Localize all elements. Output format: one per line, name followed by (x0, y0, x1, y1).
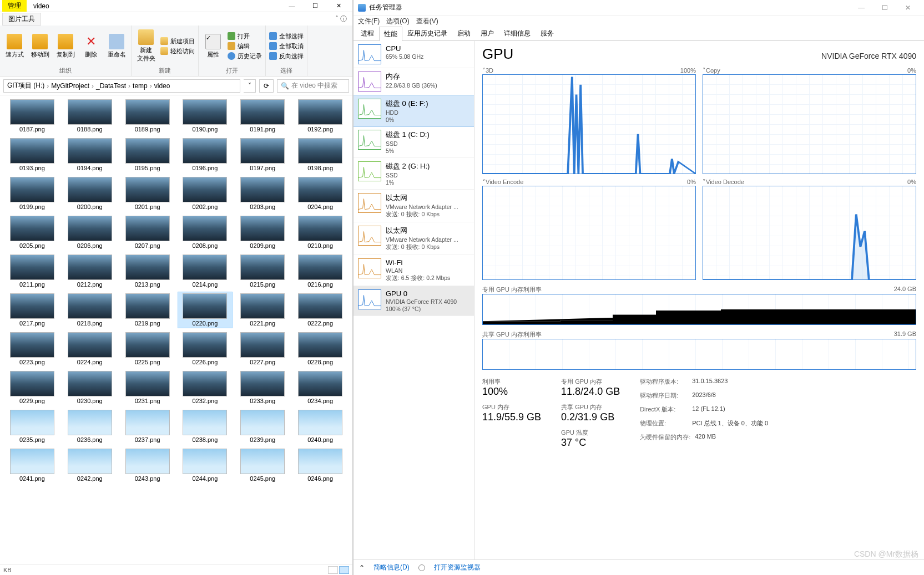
file-thumb[interactable]: 0208.png (178, 214, 233, 251)
view-thumbs-button[interactable] (339, 566, 349, 574)
breadcrumb-segment[interactable]: video (154, 82, 170, 90)
breadcrumb-segment[interactable]: temp (133, 82, 148, 90)
copyto-button[interactable]: 复制到 (54, 34, 77, 59)
graph-video-encode[interactable] (482, 186, 696, 280)
file-thumb[interactable]: 0187.png (4, 98, 60, 134)
file-thumb[interactable]: 0238.png (178, 408, 233, 445)
file-thumb[interactable]: 0241.png (4, 447, 60, 484)
ribbon-tab-picture-tools[interactable]: 图片工具 (2, 13, 41, 26)
file-thumb[interactable]: 0213.png (120, 253, 175, 289)
breadcrumb-dropdown[interactable]: ˅ (244, 79, 256, 93)
search-input[interactable]: 🔍 在 video 中搜索 (277, 79, 349, 93)
file-thumb[interactable]: 0215.png (235, 253, 290, 289)
file-thumb[interactable]: 0228.png (292, 330, 348, 367)
file-thumb[interactable]: 0231.png (120, 369, 175, 406)
sidebar-item-eth0[interactable]: 以太网VMware Network Adapter ...发送: 0 接收: 0… (354, 190, 474, 222)
file-thumb[interactable]: 0193.png (4, 136, 60, 173)
delete-button[interactable]: ✕删除 (80, 34, 102, 59)
sidebar-item-eth1[interactable]: 以太网VMware Network Adapter ...发送: 0 接收: 0… (354, 222, 474, 255)
tab-详细信息[interactable]: 详细信息 (499, 26, 536, 40)
collapse-icon[interactable]: ⌃ (359, 564, 365, 572)
selectall-button[interactable]: 全部选择 (269, 32, 304, 40)
view-details-button[interactable] (328, 566, 338, 574)
tab-启动[interactable]: 启动 (452, 26, 476, 40)
file-thumb[interactable]: 0199.png (4, 175, 60, 212)
breadcrumb[interactable]: GIT项目 (H:)›MyGitProject›_DataTest›temp›v… (3, 79, 240, 93)
file-thumb[interactable]: 0235.png (4, 408, 60, 445)
file-thumb[interactable]: 0217.png (4, 292, 60, 328)
tm-minimize-button[interactable]: — (850, 1, 873, 15)
file-thumb[interactable]: 0202.png (178, 175, 233, 212)
tab-性能[interactable]: 性能 (379, 27, 402, 41)
tab-用户[interactable]: 用户 (476, 26, 499, 40)
file-thumb[interactable]: 0194.png (62, 136, 118, 173)
graph-copy[interactable] (703, 74, 916, 174)
easyaccess-button[interactable]: 轻松访问 (160, 47, 195, 55)
file-thumb[interactable]: 0224.png (62, 330, 118, 367)
file-thumb[interactable]: 0243.png (120, 447, 175, 484)
file-thumb[interactable]: 0218.png (62, 292, 118, 328)
file-thumb[interactable]: 0232.png (178, 369, 233, 406)
menu-item[interactable]: 文件(F) (358, 17, 380, 26)
file-thumb[interactable]: 0201.png (120, 175, 175, 212)
sidebar-item-disk1[interactable]: 磁盘 1 (C: D:)SSD5% (354, 126, 474, 158)
sidebar-item-disk0[interactable]: 磁盘 0 (E: F:)HDD0% (354, 95, 474, 127)
file-pane[interactable]: 0187.png0188.png0189.png0190.png0191.png… (0, 95, 352, 564)
brief-info-link[interactable]: 简略信息(D) (373, 563, 410, 572)
file-thumb[interactable]: 0221.png (235, 292, 290, 328)
newitem-button[interactable]: 新建项目 (160, 37, 195, 45)
file-thumb[interactable]: 0212.png (62, 253, 118, 289)
file-thumb[interactable]: 0239.png (235, 408, 290, 445)
file-thumb[interactable]: 0220.png (178, 292, 233, 328)
refresh-button[interactable]: ⟳ (259, 79, 274, 93)
file-thumb[interactable]: 0197.png (235, 136, 290, 173)
history-button[interactable]: 历史记录 (228, 52, 262, 60)
file-thumb[interactable]: 0223.png (4, 330, 60, 367)
close-button[interactable]: ✕ (327, 0, 350, 12)
file-thumb[interactable]: 0227.png (235, 330, 290, 367)
invertsel-button[interactable]: 反向选择 (269, 52, 304, 60)
file-thumb[interactable]: 0226.png (178, 330, 233, 367)
tab-服务[interactable]: 服务 (536, 26, 559, 40)
file-thumb[interactable]: 0189.png (120, 98, 175, 134)
rename-button[interactable]: 重命名 (105, 34, 128, 59)
file-thumb[interactable]: 0246.png (292, 447, 348, 484)
graph-3d[interactable] (482, 74, 696, 174)
file-thumb[interactable]: 0205.png (4, 214, 60, 251)
file-thumb[interactable]: 0198.png (292, 136, 348, 173)
file-thumb[interactable]: 0219.png (120, 292, 175, 328)
file-thumb[interactable]: 0240.png (292, 408, 348, 445)
file-thumb[interactable]: 0236.png (62, 408, 118, 445)
file-thumb[interactable]: 0216.png (292, 253, 348, 289)
ribbon-collapse-icon[interactable]: ˄ ⓘ (335, 14, 350, 24)
sidebar-item-gpu[interactable]: GPU 0NVIDIA GeForce RTX 4090100% (37 °C) (354, 286, 474, 316)
file-thumb[interactable]: 0204.png (292, 175, 348, 212)
breadcrumb-segment[interactable]: MyGitProject (51, 82, 89, 90)
edit-button[interactable]: 编辑 (228, 42, 262, 50)
file-thumb[interactable]: 0230.png (62, 369, 118, 406)
file-thumb[interactable]: 0206.png (62, 214, 118, 251)
file-thumb[interactable]: 0203.png (235, 175, 290, 212)
file-thumb[interactable]: 0214.png (178, 253, 233, 289)
open-button[interactable]: 打开 (228, 32, 262, 40)
menu-item[interactable]: 查看(V) (416, 17, 438, 26)
moveto-button[interactable]: 移动到 (29, 34, 51, 59)
breadcrumb-segment[interactable]: _DataTest (96, 82, 126, 90)
file-thumb[interactable]: 0233.png (235, 369, 290, 406)
minimize-button[interactable]: — (280, 0, 304, 12)
file-thumb[interactable]: 0229.png (4, 369, 60, 406)
file-thumb[interactable]: 0225.png (120, 330, 175, 367)
sidebar-item-cpu[interactable]: CPU65% 5.08 GHz (354, 41, 474, 68)
open-resmon-link[interactable]: 打开资源监视器 (434, 563, 481, 572)
selectnone-button[interactable]: 全部取消 (269, 42, 304, 50)
file-thumb[interactable]: 0195.png (120, 136, 175, 173)
breadcrumb-segment[interactable]: GIT项目 (H:) (7, 81, 44, 90)
file-thumb[interactable]: 0191.png (235, 98, 290, 134)
file-thumb[interactable]: 0245.png (235, 447, 290, 484)
file-thumb[interactable]: 0188.png (62, 98, 118, 134)
file-thumb[interactable]: 0234.png (292, 369, 348, 406)
file-thumb[interactable]: 0200.png (62, 175, 118, 212)
file-thumb[interactable]: 0244.png (178, 447, 233, 484)
file-thumb[interactable]: 0207.png (120, 214, 175, 251)
menu-item[interactable]: 选项(O) (386, 17, 409, 26)
